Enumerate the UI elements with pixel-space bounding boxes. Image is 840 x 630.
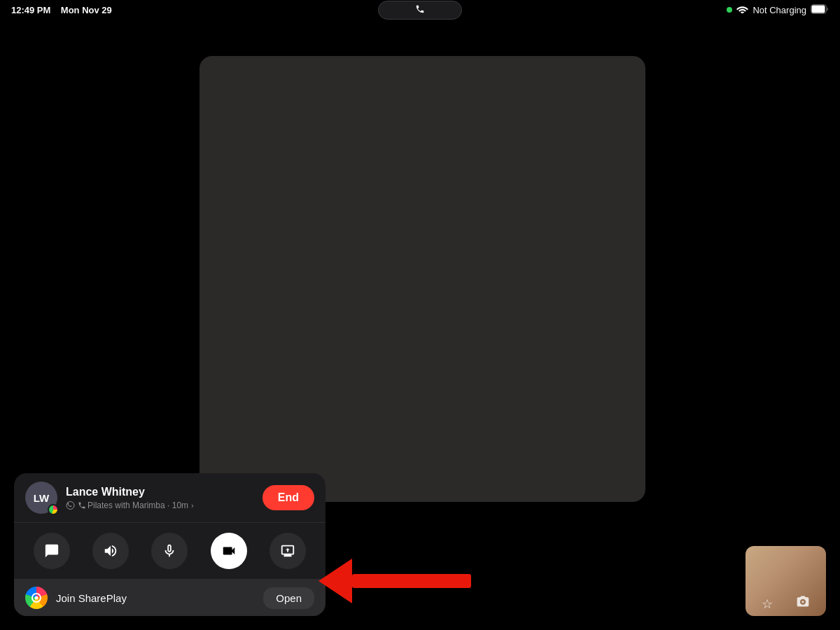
status-call-pill[interactable] [378,1,462,20]
main-video-area [200,56,645,502]
subtitle-icon: Pilates with Marimba · 10m [78,500,188,510]
message-button[interactable] [34,533,70,569]
status-time: 12:49 PM [11,5,50,15]
call-duration: Pilates with Marimba · 10m [88,500,188,510]
status-time-date: 12:49 PM Mon Nov 29 [11,5,112,15]
arrow-head [318,559,352,603]
status-date: Mon Nov 29 [61,5,112,15]
red-arrow-indicator [318,559,471,603]
call-info-text: Lance Whitney Pilates with Marimba · 10m… [66,485,254,510]
phone-small-icon [66,501,75,510]
svg-point-5 [802,601,804,603]
svg-rect-1 [812,5,825,13]
controls-row [14,523,326,579]
battery-icon [811,4,829,16]
call-panel: LW Lance Whitney Pilates with Marimba · … [14,473,326,616]
green-dot-indicator [727,7,732,13]
phone-icon [415,4,425,16]
shareplay-row: Join SharePlay Open [14,580,326,616]
speaker-button[interactable] [92,533,129,569]
favorite-icon: ☆ [762,596,773,612]
status-bar: 12:49 PM Mon Nov 29 Not Charging [0,0,840,20]
not-charging-text: Not Charging [752,5,806,15]
shareplay-label: Join SharePlay [56,592,255,604]
open-shareplay-button[interactable]: Open [263,587,314,609]
svg-point-4 [35,596,38,600]
avatar: LW [25,482,57,514]
wifi-icon [736,4,748,15]
share-screen-button[interactable] [270,533,306,569]
activity-ring [48,504,59,515]
video-button[interactable] [211,533,247,569]
shareplay-icon [25,587,48,609]
caller-name: Lance Whitney [66,485,254,498]
call-info-row: LW Lance Whitney Pilates with Marimba · … [14,473,326,522]
mute-button[interactable] [151,533,188,569]
chevron-icon: › [191,501,194,510]
call-subtitle: Pilates with Marimba · 10m › [66,500,254,510]
camera-switch-icon[interactable] [796,594,810,612]
end-call-button[interactable]: End [262,485,314,510]
self-view-thumbnail[interactable]: ☆ [746,546,826,616]
status-right: Not Charging [727,4,829,16]
arrow-body [352,574,471,588]
